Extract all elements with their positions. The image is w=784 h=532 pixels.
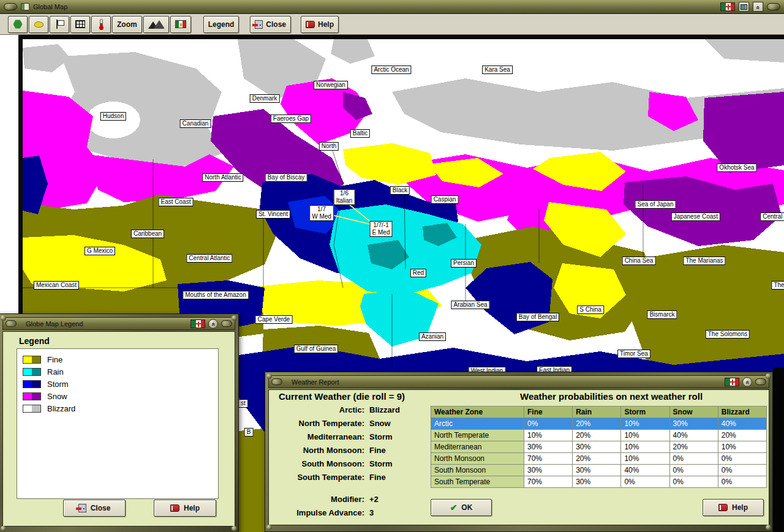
probabilities-heading: Weather probabilities on next weather ro… bbox=[520, 391, 703, 402]
weather-zone-cell: Arctic bbox=[431, 418, 524, 430]
probability-cell: 10% bbox=[621, 418, 669, 430]
help-label: Help bbox=[184, 504, 200, 512]
legend-item: Fine bbox=[23, 353, 213, 365]
weather-table-row[interactable]: North Temperate10%20%10%40%20% bbox=[431, 430, 767, 441]
global-map-screen: Arctic OceanKara SeaNorwegianDenmarkHuds… bbox=[0, 0, 784, 532]
hex-grid-button[interactable] bbox=[8, 16, 28, 33]
legend-window: Globe Map Legend Legend FineRainStormSno… bbox=[0, 313, 239, 532]
window-title: Global Map bbox=[33, 3, 67, 10]
legend-window-titlebar[interactable]: Globe Map Legend bbox=[2, 317, 235, 330]
probability-cell: 0% bbox=[669, 453, 718, 465]
weather-table-row[interactable]: Mediterranean30%30%10%20%10% bbox=[431, 441, 767, 453]
zoom-button[interactable]: Zoom bbox=[112, 16, 142, 33]
help-button[interactable]: Help bbox=[301, 16, 339, 33]
probability-cell: 40% bbox=[669, 430, 718, 441]
main-titlebar[interactable]: Global Map bbox=[0, 0, 784, 14]
titlebar-end-cap bbox=[767, 3, 780, 10]
italy-flag-icon bbox=[175, 20, 186, 28]
weather-zone-cell: South Temperate bbox=[431, 476, 524, 488]
help-label: Help bbox=[318, 20, 334, 29]
probability-cell: 30% bbox=[524, 441, 573, 453]
probability-cell: 0% bbox=[718, 465, 766, 476]
book-icon bbox=[718, 504, 728, 511]
current-weather-zone: North Monsoon: bbox=[275, 446, 364, 459]
impulse-row: Impulse Advance: 3 bbox=[275, 508, 374, 522]
table-column-header: Rain bbox=[573, 406, 621, 418]
probability-cell: 40% bbox=[718, 418, 766, 430]
ok-button[interactable]: OK bbox=[431, 499, 492, 516]
legend-label: Snow bbox=[47, 392, 67, 401]
titlebar-end-cap bbox=[271, 378, 282, 385]
current-weather-zone: South Monsoon: bbox=[275, 459, 364, 473]
check-icon bbox=[450, 503, 458, 512]
weather-window-body: Current Weather (die roll = 9) Arctic:Bl… bbox=[268, 389, 769, 525]
current-weather-value: Blizzard bbox=[369, 405, 400, 419]
legend-swatch bbox=[23, 405, 41, 413]
probability-cell: 30% bbox=[573, 465, 621, 476]
legend-label: Rain bbox=[47, 367, 64, 377]
door-icon bbox=[255, 20, 263, 29]
probability-cell: 0% bbox=[718, 453, 766, 465]
italy-flag-icon bbox=[720, 2, 735, 11]
probability-cell: 10% bbox=[524, 430, 573, 441]
weather-window-title: Weather Report bbox=[292, 378, 339, 386]
weather-table-row[interactable]: South Temperate70%30%0%0%0% bbox=[431, 476, 767, 488]
grid-icon bbox=[75, 20, 85, 28]
current-weather-value: Fine bbox=[369, 446, 400, 459]
weather-help-button[interactable]: Help bbox=[703, 499, 764, 516]
probability-cell: 20% bbox=[718, 430, 766, 441]
weather-table-row[interactable]: North Monsoon70%20%10%0%0% bbox=[431, 453, 767, 465]
rollup-button[interactable] bbox=[208, 319, 218, 329]
italy-flag-icon bbox=[190, 320, 205, 328]
titlebar-end-cap bbox=[4, 3, 17, 10]
rollup-icon bbox=[756, 2, 760, 12]
probability-cell: 10% bbox=[621, 453, 669, 465]
current-weather-heading: Current Weather (die roll = 9) bbox=[279, 391, 405, 402]
table-column-header: Snow bbox=[669, 406, 718, 418]
units-grid-button[interactable] bbox=[70, 16, 90, 33]
probability-cell: 10% bbox=[621, 430, 669, 441]
modifier-value: +2 bbox=[369, 495, 379, 508]
weather-thermometer-button[interactable] bbox=[91, 16, 111, 33]
rollup-icon bbox=[745, 377, 749, 386]
current-weather-zone: Mediterranean: bbox=[275, 432, 364, 446]
book-icon bbox=[170, 504, 179, 512]
close-label: Close bbox=[91, 504, 111, 512]
legend-help-button[interactable]: Help bbox=[154, 500, 216, 517]
terrain-view-button[interactable] bbox=[143, 16, 169, 33]
titlebar-end-cap bbox=[6, 320, 17, 327]
flag-marker-button[interactable] bbox=[50, 16, 69, 33]
table-column-header: Weather Zone bbox=[431, 406, 524, 418]
close-button[interactable]: Close bbox=[250, 16, 291, 33]
weather-zone-cell: North Temperate bbox=[431, 430, 524, 441]
weather-zone-cell: South Monsoon bbox=[431, 465, 524, 476]
rivet bbox=[266, 373, 272, 379]
hexagon-icon bbox=[13, 20, 23, 29]
current-weather-zone: North Temperate: bbox=[275, 419, 364, 432]
legend-label: Storm bbox=[47, 380, 69, 389]
italy-flag-icon bbox=[725, 378, 739, 386]
legend-item: Rain bbox=[23, 365, 213, 378]
legend-window-title: Globe Map Legend bbox=[26, 320, 83, 328]
weather-zone-cell: Mediterranean bbox=[431, 441, 524, 453]
legend-label: Blizzard bbox=[47, 404, 75, 413]
toolbar: Zoom Legend Close Help bbox=[0, 14, 784, 35]
terrain-splash-button[interactable] bbox=[29, 16, 48, 33]
legend-button[interactable]: Legend bbox=[203, 16, 239, 33]
rivet bbox=[766, 373, 771, 379]
rollup-button[interactable] bbox=[742, 377, 752, 387]
rivet bbox=[232, 315, 237, 321]
ok-label: OK bbox=[461, 503, 472, 512]
help-label: Help bbox=[732, 503, 748, 512]
rollup-button[interactable] bbox=[753, 2, 763, 12]
mountains-icon bbox=[148, 20, 164, 29]
power-flag-button[interactable] bbox=[170, 16, 191, 33]
weather-window-titlebar[interactable]: Weather Report bbox=[268, 375, 769, 388]
probability-cell: 20% bbox=[573, 453, 621, 465]
weather-table-row[interactable]: South Monsoon30%30%40%0%0% bbox=[431, 465, 767, 476]
weather-report-window: Weather Report Current Weather (die roll… bbox=[265, 372, 773, 532]
map-view-button[interactable] bbox=[739, 2, 749, 12]
weather-table-row[interactable]: Arctic0%20%10%30%40% bbox=[431, 418, 767, 430]
legend-close-button[interactable]: Close bbox=[63, 500, 126, 517]
rivet bbox=[1, 315, 6, 321]
